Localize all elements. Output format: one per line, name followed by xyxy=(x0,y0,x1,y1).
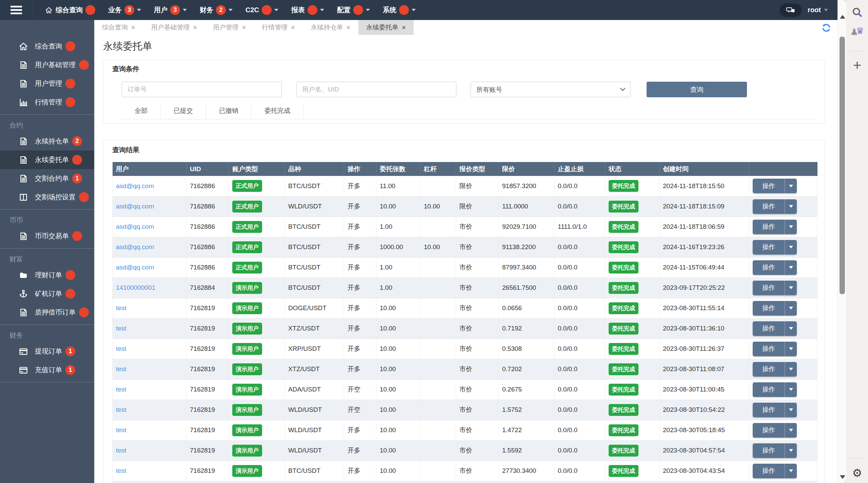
search-icon[interactable] xyxy=(846,6,868,20)
action-dropdown-toggle[interactable] xyxy=(785,362,797,377)
action-split-button[interactable]: 操作 xyxy=(753,464,797,478)
user-link[interactable]: test xyxy=(116,304,126,311)
user-link[interactable]: test xyxy=(116,447,126,454)
sidebar-item[interactable]: 充值订单 1 xyxy=(0,361,94,379)
navbar-menu-item[interactable]: 配置 xyxy=(337,5,370,15)
action-dropdown-toggle[interactable] xyxy=(785,423,797,438)
action-button-label[interactable]: 操作 xyxy=(753,220,785,234)
sidebar-item[interactable]: 提现订单 1 xyxy=(0,342,94,361)
action-button-label[interactable]: 操作 xyxy=(753,342,785,356)
action-button-label[interactable]: 操作 xyxy=(753,362,785,377)
status-filter-tab[interactable]: 已提交 xyxy=(161,105,206,119)
action-button-label[interactable]: 操作 xyxy=(753,464,785,478)
action-split-button[interactable]: 操作 xyxy=(753,260,797,275)
action-dropdown-toggle[interactable] xyxy=(785,220,797,234)
action-split-button[interactable]: 操作 xyxy=(753,403,797,417)
order-no-input[interactable] xyxy=(122,82,282,97)
action-dropdown-toggle[interactable] xyxy=(785,403,797,417)
navbar-menu-item[interactable]: C2C xyxy=(245,5,278,15)
user-menu[interactable]: root xyxy=(808,6,828,14)
action-dropdown-toggle[interactable] xyxy=(785,382,797,397)
action-split-button[interactable]: 操作 xyxy=(753,342,797,356)
close-icon[interactable]: ✕ xyxy=(346,24,351,31)
user-link[interactable]: test xyxy=(116,345,126,352)
tab[interactable]: 综合查询 ✕ xyxy=(94,20,143,35)
user-link[interactable]: 14100000001 xyxy=(116,284,155,291)
action-split-button[interactable]: 操作 xyxy=(753,423,797,438)
settings-gear-icon[interactable]: ⚙ xyxy=(846,466,868,480)
action-button-label[interactable]: 操作 xyxy=(753,382,785,397)
action-split-button[interactable]: 操作 xyxy=(753,301,797,316)
user-link[interactable]: test xyxy=(116,467,126,474)
action-dropdown-toggle[interactable] xyxy=(785,281,797,295)
action-split-button[interactable]: 操作 xyxy=(753,281,797,295)
action-split-button[interactable]: 操作 xyxy=(753,220,797,234)
sidebar-item[interactable]: 行情管理 xyxy=(0,93,94,112)
action-button-label[interactable]: 操作 xyxy=(753,443,785,458)
action-button-label[interactable]: 操作 xyxy=(753,321,785,336)
scroll-up-arrow-icon[interactable] xyxy=(840,15,845,19)
action-split-button[interactable]: 操作 xyxy=(753,321,797,336)
action-button-label[interactable]: 操作 xyxy=(753,199,785,214)
add-icon[interactable]: + xyxy=(846,58,868,73)
status-filter-tab[interactable]: 已撤销 xyxy=(206,105,252,119)
action-dropdown-toggle[interactable] xyxy=(785,464,797,478)
tab[interactable]: 永续委托单 ✕ xyxy=(358,20,414,35)
sidebar-item[interactable]: 永续委托单 xyxy=(0,150,94,169)
navbar-menu-item[interactable]: 综合查询 xyxy=(45,5,95,15)
action-button-label[interactable]: 操作 xyxy=(753,260,785,275)
action-split-button[interactable]: 操作 xyxy=(753,240,797,255)
sidebar-item[interactable]: 用户管理 xyxy=(0,74,94,93)
scroll-down-arrow-icon[interactable] xyxy=(840,475,845,479)
close-icon[interactable]: ✕ xyxy=(131,24,135,31)
sidebar-item[interactable]: 质押借币订单 xyxy=(0,303,94,322)
user-link[interactable]: test xyxy=(116,426,126,434)
navbar-menu-item[interactable]: 财务 2 xyxy=(200,5,233,15)
sidebar-item[interactable]: 交割合约单 1 xyxy=(0,169,94,188)
user-link[interactable]: asd@qq.com xyxy=(116,182,154,189)
sidebar-item[interactable]: 用户基础管理 xyxy=(0,56,94,74)
sidebar-item[interactable]: 理财订单 xyxy=(0,266,94,284)
action-button-label[interactable]: 操作 xyxy=(753,240,785,255)
tab[interactable]: 用户管理 ✕ xyxy=(205,20,254,35)
menu-toggle-icon[interactable] xyxy=(0,0,33,20)
chat-button[interactable] xyxy=(780,3,802,17)
status-filter-tab[interactable]: 全部 xyxy=(122,105,161,119)
action-dropdown-toggle[interactable] xyxy=(785,443,797,458)
user-link[interactable]: asd@qq.com xyxy=(116,203,154,210)
sidebar-item[interactable]: 矿机订单 xyxy=(0,284,94,303)
tab[interactable]: 用户基础管理 ✕ xyxy=(143,20,205,35)
user-link[interactable]: asd@qq.com xyxy=(116,264,154,271)
tab[interactable]: 永续持仓单 ✕ xyxy=(303,20,358,35)
action-split-button[interactable]: 操作 xyxy=(753,199,797,214)
user-link[interactable]: test xyxy=(116,325,126,332)
user-uid-input[interactable] xyxy=(296,82,456,97)
user-link[interactable]: test xyxy=(116,386,126,393)
navbar-menu-item[interactable]: 用户 3 xyxy=(154,5,187,15)
scrollbar-thumb[interactable] xyxy=(840,37,845,294)
close-icon[interactable]: ✕ xyxy=(193,24,197,31)
search-button[interactable]: 查询 xyxy=(647,82,747,97)
user-link[interactable]: asd@qq.com xyxy=(116,223,154,230)
extensions-chess-icon[interactable]: ♟♛ xyxy=(846,26,868,37)
action-split-button[interactable]: 操作 xyxy=(753,362,797,377)
refresh-icon[interactable] xyxy=(821,23,831,33)
user-link[interactable]: test xyxy=(116,365,126,373)
action-button-label[interactable]: 操作 xyxy=(753,423,785,438)
action-split-button[interactable]: 操作 xyxy=(753,179,797,193)
sidebar-item[interactable]: 币币交易单 xyxy=(0,227,94,245)
action-button-label[interactable]: 操作 xyxy=(753,281,785,295)
action-split-button[interactable]: 操作 xyxy=(753,382,797,397)
navbar-menu-item[interactable]: 系统 xyxy=(383,5,416,15)
action-dropdown-toggle[interactable] xyxy=(785,321,797,336)
action-button-label[interactable]: 操作 xyxy=(753,301,785,316)
close-icon[interactable]: ✕ xyxy=(242,24,246,31)
action-dropdown-toggle[interactable] xyxy=(785,301,797,316)
action-dropdown-toggle[interactable] xyxy=(785,260,797,275)
action-button-label[interactable]: 操作 xyxy=(753,179,785,193)
sidebar-item[interactable]: 交割场控设置 xyxy=(0,188,94,206)
action-dropdown-toggle[interactable] xyxy=(785,240,797,255)
action-dropdown-toggle[interactable] xyxy=(785,342,797,356)
close-icon[interactable]: ✕ xyxy=(401,24,406,31)
navbar-menu-item[interactable]: 业务 3 xyxy=(108,5,141,15)
